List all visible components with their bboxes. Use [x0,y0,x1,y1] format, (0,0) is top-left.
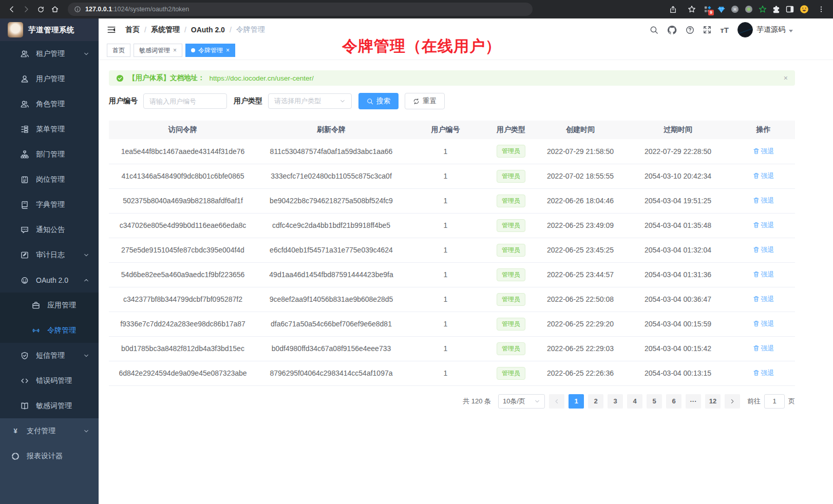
more-pages-button[interactable]: ··· [686,394,701,409]
recorder-extension-icon[interactable] [745,5,753,13]
page-button-6[interactable]: 6 [666,394,681,409]
access-token-cell: 502375b8040a469a9b82188afdf6af1f [109,188,257,213]
prev-page-button[interactable] [549,394,564,409]
user-menu[interactable]: 芋道源码 [737,22,793,37]
create-time-cell: 2022-06-25 22:50:08 [537,287,624,312]
expire-time-cell: 2054-03-04 00:15:59 [624,312,732,336]
sidebar-item-menu[interactable]: 菜单管理 [0,117,99,142]
force-logout-button[interactable]: 强退 [753,319,774,328]
share-icon[interactable] [666,3,679,16]
star-doodle-extension-icon[interactable] [759,5,767,13]
page-button-12[interactable]: 12 [705,394,721,409]
tab-令牌管理[interactable]: 令牌管理× [185,44,235,57]
close-icon[interactable]: × [173,47,177,54]
profile-emoji-icon[interactable] [800,5,809,14]
force-logout-button[interactable]: 强退 [753,245,774,255]
refresh-token-cell: 9ce8ef2aa9f14056b831ae9b608e28d5 [257,287,406,312]
table-row: c347026e805e4d99b0d116eae66eda8ccdfc4ce9… [109,213,795,238]
sidebar-menu: 租户管理用户管理角色管理菜单管理部门管理岗位管理字典管理通知公告审计日志OAut… [0,41,99,504]
puzzle-extensions-icon[interactable] [772,6,780,13]
font-size-icon[interactable]: тT [720,26,729,34]
page-button-2[interactable]: 2 [588,394,603,409]
sidebar-toggle-icon[interactable] [107,25,116,34]
browser-forward-button[interactable] [20,3,33,16]
refresh-token-cell: b0df4980ffd34c67a08f9156e4eee733 [257,336,406,361]
table-row: c342377bf8b344799dcbf7bf095287f29ce8ef2a… [109,287,795,312]
breadcrumb-separator: / [184,26,186,34]
page-button-4[interactable]: 4 [627,394,642,409]
side-panel-icon[interactable] [786,5,794,13]
sidebar-item-pay[interactable]: ¥支付管理 [0,418,99,443]
bookmark-star-icon[interactable] [685,3,698,16]
page-button-5[interactable]: 5 [647,394,662,409]
close-icon[interactable]: × [226,47,230,54]
sidebar-item-report[interactable]: 报表设计器 [0,443,99,469]
search-button[interactable]: 搜索 [358,93,399,109]
sidebar-item-post[interactable]: 岗位管理 [0,167,99,192]
user-id-input[interactable] [143,93,227,109]
page-size-select[interactable]: 10条/页 [498,394,545,409]
sidebar-item-tenant[interactable]: 租户管理 [0,41,99,66]
help-icon[interactable] [686,26,694,34]
command-extension-icon[interactable]: ⌘ [731,5,739,13]
force-logout-button[interactable]: 强退 [753,344,774,353]
github-icon[interactable] [667,25,677,35]
breadcrumb-item[interactable]: OAuth 2.0 [191,26,225,34]
next-page-button[interactable] [725,394,740,409]
sidebar-item-user[interactable]: 用户管理 [0,66,99,91]
force-logout-label: 强退 [761,270,774,279]
force-logout-button[interactable]: 强退 [753,221,774,230]
page-button-3[interactable]: 3 [608,394,623,409]
alert-close-icon[interactable]: × [784,74,788,82]
user-name: 芋道源码 [756,25,785,34]
gem-extension-icon[interactable] [717,6,725,13]
sidebar-item-audit-log[interactable]: 审计日志 [0,242,99,267]
site-info-icon[interactable] [74,6,81,13]
sidebar-item-oauth2-token[interactable]: 令牌管理 [0,318,99,343]
table-row: 6d842e2924594de9a09e45e087323abe8796295f… [109,361,795,385]
fullscreen-icon[interactable] [703,26,711,34]
error-code-icon [21,377,29,385]
sidebar-item-error-code[interactable]: 错误码管理 [0,368,99,393]
force-logout-button[interactable]: 强退 [753,369,774,378]
sidebar-item-dept[interactable]: 部门管理 [0,142,99,167]
refresh-token-cell: dfa6c71a50a54c66bef706ef9e6e8d81 [257,312,406,336]
tab-敏感词管理[interactable]: 敏感词管理× [134,44,182,57]
search-icon[interactable] [650,26,658,34]
browser-menu-kebab-icon[interactable] [815,3,828,16]
app-logo[interactable]: 芋道管理系统 [0,18,99,41]
browser-reload-button[interactable] [34,3,47,16]
sidebar-item-oauth2[interactable]: OAuth 2.0 [0,267,99,293]
browser-back-button[interactable] [5,3,18,16]
sidebar-item-sensitive[interactable]: 敏感词管理 [0,393,99,418]
force-logout-button[interactable]: 强退 [753,147,774,156]
access-token-cell: 6d842e2924594de9a09e45e087323abe [109,361,257,385]
force-logout-button[interactable]: 强退 [753,171,774,181]
sidebar: 芋道管理系统 租户管理用户管理角色管理菜单管理部门管理岗位管理字典管理通知公告审… [0,18,99,504]
tab-首页[interactable]: 首页 [107,44,130,57]
goto-page-input[interactable] [764,394,785,409]
sidebar-item-label: 报表设计器 [27,452,63,461]
sidebar-item-notice[interactable]: 通知公告 [0,217,99,242]
menu-icon [21,125,29,133]
sidebar-item-sms[interactable]: 短信管理 [0,343,99,368]
force-logout-button[interactable]: 强退 [753,196,774,205]
extension-grid-icon[interactable]: 9 [704,6,712,13]
address-bar[interactable]: 127.0.0.1:1024/system/oauth2/token [68,3,533,16]
sidebar-item-label: 错误码管理 [36,376,72,385]
breadcrumb-item[interactable]: 首页 [125,25,140,34]
page-button-1[interactable]: 1 [569,394,584,409]
access-token-cell: b0d1785bc3a8482f812db4a3f3bd15ec [109,336,257,361]
reset-button[interactable]: 重置 [405,93,445,109]
browser-home-button[interactable] [48,3,62,16]
doc-link[interactable]: https://doc.iocoder.cn/user-center/ [210,74,314,82]
breadcrumb-item[interactable]: 系统管理 [151,25,180,34]
user-type-select[interactable]: 请选择用户类型 [268,93,352,109]
force-logout-button[interactable]: 强退 [753,295,774,304]
sidebar-item-oauth2-app[interactable]: 应用管理 [0,293,99,318]
sidebar-item-dict[interactable]: 字典管理 [0,192,99,217]
force-logout-button[interactable]: 强退 [753,270,774,279]
sidebar-item-role[interactable]: 角色管理 [0,91,99,117]
user-type-badge: 管理员 [497,219,525,232]
table-row: 502375b8040a469a9b82188afdf6af1fbe90422b… [109,188,795,213]
